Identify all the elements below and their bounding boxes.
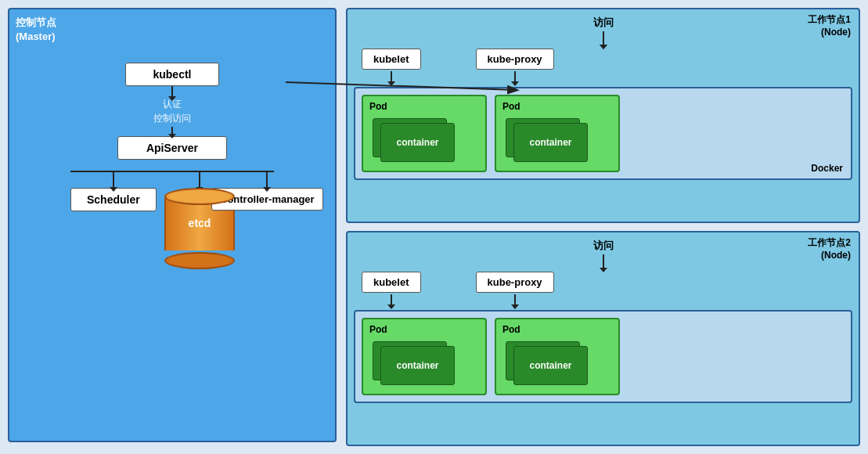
kubelet-arrow-2 <box>391 294 392 305</box>
master-node: 控制节点 (Master) kubectl 认证 控制访问 ApiServer <box>8 8 337 442</box>
worker2-pod1-label: Pod <box>369 324 479 335</box>
controller-arrow <box>266 171 268 188</box>
scheduler-arrow <box>113 171 114 188</box>
worker2-kube-proxy: kube-proxy <box>476 272 554 293</box>
apiserver-box: ApiServer <box>117 136 227 160</box>
worker2-container1-label: container <box>396 360 438 371</box>
worker2-pod2-containers: container <box>502 338 612 389</box>
kubectl-box: kubectl <box>125 63 219 86</box>
worker2-container2-label: container <box>529 360 571 371</box>
access-label-2: 访问 <box>354 239 852 253</box>
auth-label2: 控制访问 <box>153 113 191 125</box>
worker1-pod1: Pod container <box>362 95 487 172</box>
cylinder-top <box>164 188 235 205</box>
access-arrow-1 <box>603 31 604 45</box>
docker-label-1: Docker <box>811 163 843 174</box>
auth-to-api-arrow <box>171 127 173 135</box>
worker1-pod2-containers: container <box>502 115 612 166</box>
access-arrow-2 <box>603 254 604 268</box>
worker2-pod1-containers: container <box>369 338 479 389</box>
worker1-container2-label: container <box>529 137 571 148</box>
master-node-label: 控制节点 (Master) <box>16 16 329 44</box>
master-inner: kubectl 认证 控制访问 ApiServer Scheduler <box>16 47 329 295</box>
worker1-docker-area: Pod container Pod container <box>354 87 852 180</box>
kubelet-arrow-1 <box>391 71 392 82</box>
container-mid-2: container <box>513 123 588 162</box>
worker1-label: 工作节点1 (Node) <box>808 14 851 38</box>
etcd-label: etcd <box>189 217 211 229</box>
worker1-pod2-label: Pod <box>502 101 612 112</box>
worker2-docker-area: Pod container Pod container <box>354 310 852 403</box>
worker1-kubelet: kubelet <box>362 49 421 70</box>
container-mid-3: container <box>380 346 455 385</box>
diagram-container: 控制节点 (Master) kubectl 认证 控制访问 ApiServer <box>0 0 868 454</box>
worker1-pod1-label: Pod <box>369 101 479 112</box>
etcd-arrow <box>199 171 200 188</box>
container-mid-4: container <box>513 346 588 385</box>
worker2-label: 工作节点2 (Node) <box>808 237 851 261</box>
worker2-pod1: Pod container <box>362 318 487 395</box>
worker1-pod1-containers: container <box>369 115 479 166</box>
worker1-container1-label: container <box>396 137 438 148</box>
kube-proxy-arrow-2 <box>514 294 516 305</box>
worker2-pod2-label: Pod <box>502 324 612 335</box>
worker-node-1: 访问 工作节点1 (Node) kubelet <box>346 8 860 223</box>
etcd-cylinder: etcd <box>160 188 239 266</box>
cylinder-bottom <box>164 252 235 269</box>
worker-node-2: 访问 工作节点2 (Node) kubelet <box>346 231 860 446</box>
worker1-pod2: Pod container <box>495 95 620 172</box>
right-panel: 访问 工作节点1 (Node) kubelet <box>346 8 860 446</box>
kubectl-to-auth-arrow <box>171 86 173 97</box>
worker2-kubelet: kubelet <box>362 272 421 293</box>
worker1-kube-proxy: kube-proxy <box>476 49 554 70</box>
kube-proxy-arrow-1 <box>514 71 516 82</box>
worker2-pod2: Pod container <box>495 318 620 395</box>
access-label-1: 访问 <box>354 16 852 30</box>
container-mid-1: container <box>380 123 455 162</box>
